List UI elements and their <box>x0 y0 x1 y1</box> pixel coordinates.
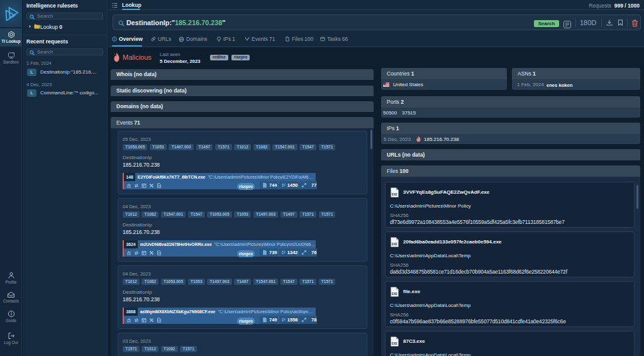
svg-text:EXE: EXE <box>392 292 397 296</box>
svg-text:EXE: EXE <box>392 193 397 196</box>
svg-text:EXE: EXE <box>392 342 397 345</box>
svg-text:EXE: EXE <box>392 243 397 246</box>
